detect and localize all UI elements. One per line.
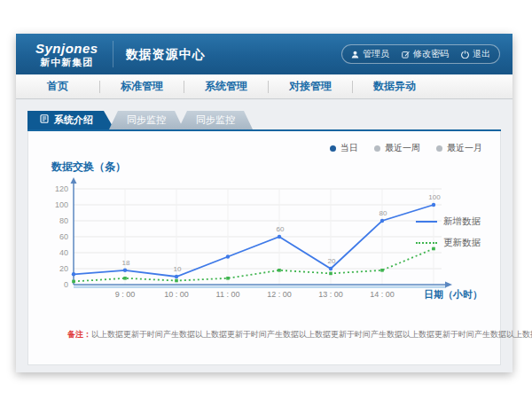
- footnote: 备注：以上数据更新于时间产生数据以上数据更新于时间产生数据以上数据更新于时间产生…: [67, 329, 486, 340]
- logo: Synjones 新中新集团: [35, 42, 98, 67]
- nav-item-system-mgmt[interactable]: 系统管理: [184, 79, 268, 94]
- nav-item-interface-mgmt[interactable]: 对接管理: [269, 79, 352, 94]
- footnote-text: 以上数据更新于时间产生数据以上数据更新于时间产生数据以上数据更新于时间产生数据以…: [91, 330, 532, 339]
- tab-sync-monitor-2[interactable]: 同步监控: [178, 111, 253, 129]
- nav-item-home[interactable]: 首页: [16, 79, 99, 94]
- svg-text:80: 80: [59, 216, 68, 225]
- svg-text:80: 80: [379, 209, 387, 217]
- logout-label: 退出: [473, 48, 490, 60]
- x-axis-title: 日期（小时）: [424, 288, 482, 301]
- nav-item-standard-mgmt[interactable]: 标准管理: [100, 79, 184, 94]
- filter-label: 最近一周: [385, 142, 420, 154]
- document-icon: [40, 111, 49, 129]
- filter-last-month[interactable]: 最近一月: [436, 142, 482, 154]
- y-axis-title: 数据交换（条）: [51, 160, 486, 175]
- radio-icon: [374, 145, 380, 152]
- legend-new-data[interactable]: 新增数据: [416, 215, 481, 228]
- chart-area: 0204060801001209 : 0010 : 0011 : 0012 : …: [43, 176, 486, 317]
- svg-text:14 : 00: 14 : 00: [370, 290, 395, 299]
- svg-text:0: 0: [64, 280, 68, 289]
- tab-label: 系统介绍: [54, 111, 93, 129]
- legend-updated-data[interactable]: 更新数据: [416, 237, 481, 249]
- filter-label: 当日: [340, 142, 358, 154]
- legend-label: 新增数据: [443, 215, 481, 228]
- filter-today[interactable]: 当日: [330, 142, 358, 154]
- tab-bar: 系统介绍 同步监控 同步监控: [27, 111, 501, 129]
- series-legend: 新增数据 更新数据: [416, 215, 481, 249]
- svg-text:10 : 00: 10 : 00: [164, 290, 189, 299]
- user-icon: [351, 51, 359, 59]
- legend-label: 更新数据: [443, 237, 481, 249]
- data-exchange-line-chart: 0204060801001209 : 0010 : 0011 : 0012 : …: [43, 176, 459, 309]
- svg-text:60: 60: [59, 232, 68, 241]
- header: Synjones 新中新集团 数据资源中心 管理员 修改密码 退出: [16, 34, 512, 74]
- svg-text:20: 20: [328, 257, 336, 265]
- svg-text:18: 18: [122, 259, 130, 267]
- svg-text:60: 60: [277, 225, 285, 233]
- main-nav: 首页 标准管理 系统管理 对接管理 数据异动: [16, 74, 512, 99]
- filter-label: 最近一月: [447, 142, 482, 154]
- user-menu[interactable]: 管理员: [351, 48, 389, 60]
- dotted-line-swatch: [416, 242, 437, 244]
- change-password-button[interactable]: 修改密码: [402, 48, 449, 60]
- footnote-prefix: 备注：: [67, 330, 91, 339]
- svg-text:100: 100: [55, 200, 68, 209]
- nav-item-data-change[interactable]: 数据异动: [353, 79, 436, 94]
- content-area: 系统介绍 同步监控 同步监控 当日 最近一周 最近一月: [16, 99, 512, 372]
- user-label: 管理员: [363, 48, 389, 60]
- range-filters: 当日 最近一周 最近一月: [330, 142, 482, 154]
- logout-button[interactable]: 退出: [461, 48, 490, 60]
- logo-wordmark: Synjones: [35, 42, 98, 55]
- change-password-label: 修改密码: [413, 48, 449, 60]
- page-title: 数据资源中心: [113, 41, 206, 67]
- power-icon: [461, 51, 469, 59]
- edit-icon: [402, 51, 410, 59]
- svg-text:13 : 00: 13 : 00: [318, 290, 343, 299]
- radio-icon: [436, 145, 442, 152]
- svg-text:120: 120: [55, 184, 68, 193]
- logo-company-name: 新中新集团: [35, 58, 98, 67]
- chart-card: 当日 最近一周 最近一月 数据交换（条） 0204060801001209 : …: [27, 131, 501, 365]
- svg-text:20: 20: [59, 264, 68, 273]
- svg-text:100: 100: [428, 193, 441, 201]
- tab-sync-monitor-1[interactable]: 同步监控: [109, 111, 184, 129]
- filter-last-week[interactable]: 最近一周: [374, 142, 420, 154]
- svg-text:9 : 00: 9 : 00: [115, 290, 136, 299]
- svg-text:12 : 00: 12 : 00: [267, 290, 292, 299]
- solid-line-swatch: [416, 221, 437, 223]
- user-toolbar: 管理员 修改密码 退出: [341, 44, 500, 64]
- svg-text:11 : 00: 11 : 00: [216, 290, 240, 299]
- radio-selected-icon: [330, 145, 336, 152]
- app-window: Synjones 新中新集团 数据资源中心 管理员 修改密码 退出: [16, 34, 512, 372]
- svg-text:40: 40: [59, 248, 68, 257]
- tab-system-intro[interactable]: 系统介绍: [27, 111, 114, 129]
- svg-text:10: 10: [174, 265, 182, 273]
